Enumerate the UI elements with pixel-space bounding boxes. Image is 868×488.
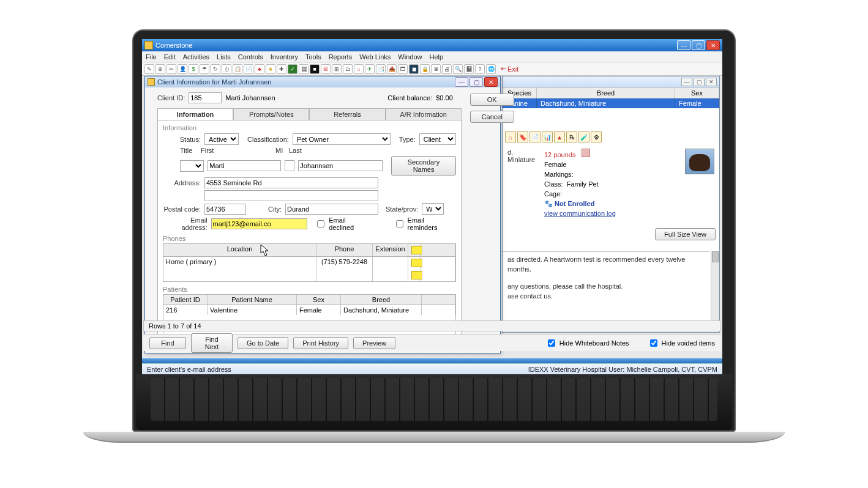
menu-controls[interactable]: Controls — [238, 53, 263, 61]
full-size-button[interactable]: Full Size View — [655, 228, 716, 240]
tool-icon[interactable]: ♣ — [255, 64, 264, 74]
phone-row-empty[interactable] — [163, 269, 455, 281]
title-select[interactable] — [180, 160, 204, 172]
tool-icon[interactable]: 🖨 — [442, 64, 452, 74]
tool-icon[interactable]: ☒ — [321, 64, 331, 74]
client-id-input[interactable] — [189, 92, 222, 103]
close-button[interactable]: ✕ — [706, 40, 720, 50]
comm-log-link[interactable]: view communication log — [544, 210, 616, 217]
menu-edit[interactable]: Edit — [164, 53, 176, 61]
patient-row[interactable]: 216 Valentine Female Dachshund, Miniatur… — [163, 305, 455, 315]
class-select[interactable]: Pet Owner — [293, 133, 391, 145]
menu-file[interactable]: File — [146, 53, 157, 61]
lab-icon[interactable]: 🧪 — [578, 131, 589, 142]
menu-lists[interactable]: Lists — [217, 53, 231, 61]
tool-icon[interactable]: ☂ — [200, 64, 209, 74]
tool-icon[interactable]: ◼ — [409, 64, 419, 74]
weight-unit-icon[interactable] — [582, 149, 590, 157]
menu-help[interactable]: Help — [429, 53, 443, 61]
tool-icon[interactable]: ⎙ — [222, 64, 231, 74]
menu-window[interactable]: Window — [398, 53, 422, 61]
grid-row-selected[interactable]: Canine Dachshund, Miniature Female — [503, 98, 719, 108]
note-icon[interactable]: 📄 — [529, 131, 541, 142]
notes-scrollbar[interactable] — [711, 251, 719, 330]
rx-icon[interactable]: ℞ — [566, 131, 577, 142]
chart-icon[interactable]: 📊 — [542, 131, 553, 142]
tool-icon[interactable]: 🔒 — [420, 64, 430, 74]
phone-row[interactable]: Home ( primary ) (715) 579-2248 — [163, 257, 455, 269]
menu-reports[interactable]: Reports — [329, 53, 353, 61]
child-close[interactable]: ✕ — [706, 78, 717, 86]
tool-icon[interactable]: 📑 — [376, 64, 386, 74]
tool-icon[interactable]: 📤 — [387, 64, 397, 74]
city-input[interactable] — [285, 204, 378, 215]
preview-button[interactable]: Preview — [353, 337, 395, 349]
menu-activities[interactable]: Activities — [183, 53, 209, 61]
email-declined-check[interactable] — [317, 220, 324, 227]
menu-weblinks[interactable]: Web Links — [359, 53, 391, 61]
app-titlebar: Cornerstone — ▢ ✕ — [142, 39, 722, 51]
maximize-button[interactable]: ▢ — [692, 40, 705, 50]
email-reminders-check[interactable] — [396, 220, 403, 227]
first-input[interactable] — [208, 160, 281, 171]
tool-icon[interactable]: 🗂 — [343, 64, 353, 74]
child-maximize[interactable]: ▢ — [694, 78, 705, 86]
tool-icon[interactable]: 📄 — [244, 64, 253, 74]
child-minimize[interactable]: — — [681, 78, 692, 86]
email-input[interactable] — [211, 218, 308, 229]
tab-information[interactable]: Information — [157, 108, 233, 120]
tool-icon[interactable]: ⊞ — [332, 64, 342, 74]
type-select[interactable]: Client — [419, 133, 456, 145]
tag-icon[interactable]: 🔖 — [517, 131, 528, 142]
ok-button[interactable]: OK — [470, 94, 514, 106]
tool-icon[interactable]: ⊕ — [155, 64, 165, 74]
minimize-button[interactable]: — — [677, 40, 690, 50]
state-select[interactable]: WI — [422, 203, 444, 215]
tool-icon[interactable]: 🖥 — [431, 64, 441, 74]
tool-icon[interactable]: ■ — [310, 64, 320, 74]
dialog-maximize[interactable]: ▢ — [470, 77, 483, 87]
tool-icon[interactable]: ? — [475, 64, 485, 74]
tool-icon[interactable]: ★ — [266, 64, 275, 74]
tool-icon[interactable]: ↻ — [211, 64, 220, 74]
secondary-names-button[interactable]: Secondary Names — [391, 156, 455, 176]
tool-icon[interactable]: 🔍 — [453, 64, 463, 74]
gear-icon[interactable]: ⚙ — [591, 131, 602, 142]
exit-button[interactable]: ⇤ Exit — [501, 65, 518, 73]
menu-inventory[interactable]: Inventory — [271, 53, 298, 61]
tab-referrals[interactable]: Referrals — [309, 108, 385, 120]
tool-icon[interactable]: 🌐 — [486, 64, 496, 74]
tool-icon[interactable]: ✎ — [144, 64, 154, 74]
status-select[interactable]: Active — [204, 133, 239, 145]
hide-voided-check[interactable] — [650, 339, 657, 347]
menu-tools[interactable]: Tools — [305, 53, 321, 61]
tool-icon[interactable]: ✚ — [277, 64, 286, 74]
find-next-button[interactable]: Find Next — [191, 333, 233, 353]
tool-icon[interactable]: ✓ — [288, 64, 297, 74]
dialog-close[interactable]: ✕ — [484, 77, 498, 87]
go-to-date-button[interactable]: Go to Date — [238, 337, 288, 349]
address2-input[interactable] — [204, 190, 378, 201]
alert-icon[interactable]: ▲ — [554, 131, 565, 142]
tool-icon[interactable]: ⌂ — [354, 64, 364, 74]
tab-ar[interactable]: A/R Information — [386, 108, 462, 120]
postal-input[interactable] — [204, 204, 246, 215]
tool-icon[interactable]: ✈ — [365, 64, 375, 74]
tool-icon[interactable]: 🗔 — [398, 64, 408, 74]
print-history-button[interactable]: Print History — [293, 337, 348, 349]
dialog-minimize[interactable]: — — [455, 77, 468, 87]
find-button[interactable]: Find — [149, 337, 186, 349]
tool-icon[interactable]: $ — [189, 64, 198, 74]
mi-input[interactable] — [285, 160, 294, 171]
tool-icon[interactable]: 📋 — [233, 64, 242, 74]
tool-icon[interactable]: 🖼 — [299, 64, 309, 74]
tool-icon[interactable]: 📓 — [464, 64, 474, 74]
address1-input[interactable] — [204, 177, 378, 188]
hide-wb-check[interactable] — [548, 339, 555, 347]
tab-prompts[interactable]: Prompts/Notes — [233, 108, 309, 120]
last-input[interactable] — [298, 160, 383, 171]
scrollbar-thumb[interactable] — [712, 251, 719, 262]
cancel-button[interactable]: Cancel — [470, 111, 514, 123]
tool-icon[interactable]: 👤 — [178, 64, 187, 74]
tool-icon[interactable]: ✂ — [166, 64, 176, 74]
